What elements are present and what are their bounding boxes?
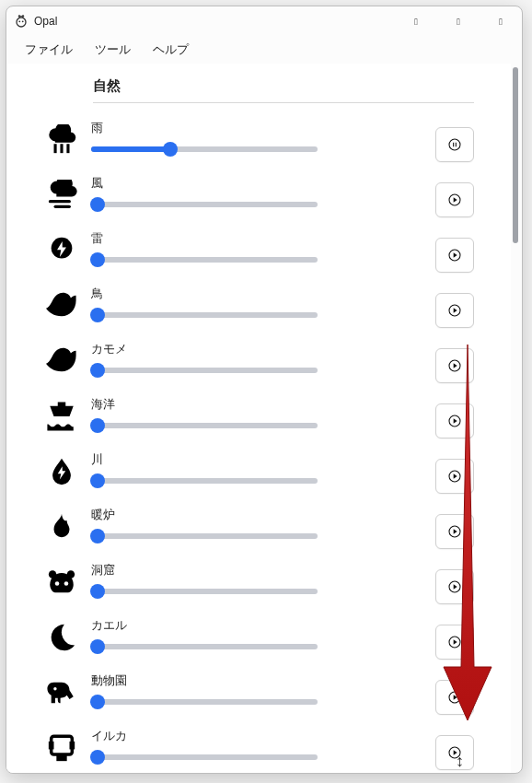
sound-label: イルカ [91,728,422,744]
vertical-scrollbar[interactable] [513,67,520,769]
slider-thumb[interactable] [90,252,105,267]
content-wrap: 自然 雨 風 雷 鳥 カモメ 海洋 川 暖炉 洞窟 カエル 動物園 イルカ [6,64,522,773]
play-button[interactable] [435,514,474,549]
sounds-list: 雨 風 雷 鳥 カモメ 海洋 川 暖炉 洞窟 カエル 動物園 イルカ [93,120,474,773]
volume-slider[interactable] [91,308,318,322]
sound-label: 暖炉 [91,507,422,523]
titlebar[interactable]: Opal    [6,6,522,36]
slider-thumb[interactable] [90,197,105,212]
sound-main: 風 [91,175,422,212]
slider-track [91,533,318,539]
slider-fill [91,146,170,152]
volume-slider[interactable] [91,529,318,543]
slider-thumb[interactable] [90,639,105,654]
volume-slider[interactable] [91,197,318,212]
menu-file[interactable]: ファイル [16,38,82,62]
play-icon [447,579,462,594]
sound-row: 海洋 [93,396,474,451]
rain-cloud-icon [45,123,78,157]
slider-track [91,699,318,705]
sound-main: 海洋 [91,396,422,433]
slider-track [91,644,318,649]
svg-point-3 [18,20,20,22]
sound-row: イルカ [93,728,474,773]
svg-point-0 [17,18,26,27]
sound-row: 洞窟 [93,562,474,617]
play-button[interactable] [435,625,474,660]
content[interactable]: 自然 雨 風 雷 鳥 カモメ 海洋 川 暖炉 洞窟 カエル 動物園 イルカ [6,64,511,773]
slider-thumb[interactable] [90,473,105,488]
play-button[interactable] [435,182,474,217]
sound-main: 洞窟 [91,562,422,599]
sound-row: 風 [93,175,474,230]
sound-main: 鳥 [91,286,422,322]
slider-thumb[interactable] [90,695,105,709]
water-drop-icon [45,455,78,488]
slider-track [91,368,318,373]
slider-track [91,257,318,263]
sound-main: 雨 [91,120,422,157]
play-button[interactable] [435,238,474,273]
volume-slider[interactable] [91,639,318,654]
menubar: ファイル ツール ヘルプ [6,36,522,64]
minimize-button[interactable]:  [395,6,437,36]
slider-thumb[interactable] [90,308,105,322]
play-button[interactable] [435,569,474,604]
slider-thumb[interactable] [90,584,105,599]
slider-thumb[interactable] [90,418,105,433]
volume-slider[interactable] [91,473,318,488]
moon-icon [45,621,78,654]
section-title: 自然 [93,77,474,103]
play-button[interactable] [435,680,474,715]
sound-label: カエル [91,617,422,634]
sound-main: 動物園 [91,672,422,709]
ship-wave-icon [45,400,78,433]
menu-tools[interactable]: ツール [86,38,140,62]
sound-row: 暖炉 [93,507,474,562]
sound-label: 雨 [91,120,422,136]
play-icon [447,745,462,760]
menu-help[interactable]: ヘルプ [144,38,198,62]
play-button[interactable] [435,735,474,770]
sound-label: 動物園 [91,672,422,689]
wind-cloud-icon [45,179,78,212]
volume-slider[interactable] [91,363,318,378]
sound-main: 川 [91,451,422,488]
slider-thumb[interactable] [90,750,105,765]
bird-icon [45,289,78,322]
sound-main: 雷 [91,230,422,267]
play-button[interactable] [435,459,474,494]
vertical-scrollbar-thumb[interactable] [513,67,518,243]
play-icon [447,414,462,428]
play-button[interactable] [435,348,474,383]
sound-row: 雷 [93,230,474,286]
pause-button[interactable] [435,127,474,162]
sound-row: 川 [93,451,474,507]
slider-track [91,589,318,594]
sound-row: カモメ [93,341,474,396]
close-button[interactable]:  [480,6,522,36]
play-icon [447,303,462,318]
play-icon [447,248,462,263]
sound-main: 暖炉 [91,507,422,543]
slider-track [91,478,318,484]
slider-thumb[interactable] [163,142,178,157]
volume-slider[interactable] [91,418,318,433]
play-button[interactable] [435,293,474,328]
dolphin-box-icon [45,731,78,765]
sound-main: カエル [91,617,422,654]
play-button[interactable] [435,403,474,438]
volume-slider[interactable] [91,695,318,709]
thunder-cloud-icon [45,234,78,267]
volume-slider[interactable] [91,142,318,157]
seagull-icon [45,345,78,378]
slider-thumb[interactable] [90,529,105,543]
cave-bear-icon [45,566,78,599]
sound-main: カモメ [91,341,422,378]
maximize-button[interactable]:  [437,6,480,36]
volume-slider[interactable] [91,750,318,765]
slider-thumb[interactable] [90,363,105,378]
flame-icon [45,510,78,543]
volume-slider[interactable] [91,252,318,267]
volume-slider[interactable] [91,584,318,599]
